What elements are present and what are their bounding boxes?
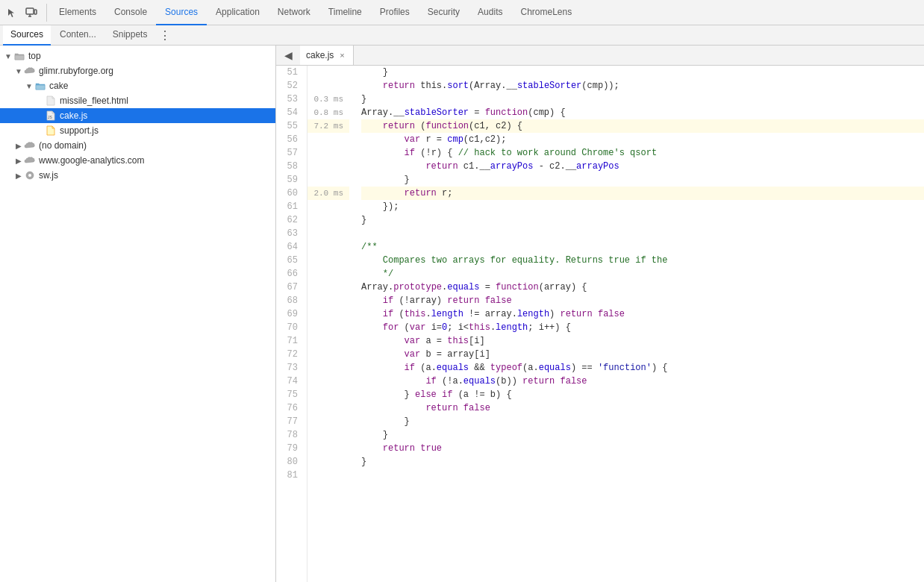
tree-label-cake-folder: cake [49,81,68,91]
ln-61: 61 [276,200,302,213]
file-tab-cake-js[interactable]: cake.js × [300,46,354,66]
tc-75 [308,388,349,401]
tc-65 [308,254,349,267]
ln-81: 81 [276,469,302,482]
tab-elements[interactable]: Elements [50,0,105,25]
ln-58: 58 [276,160,302,173]
ln-51: 51 [276,66,302,79]
ln-78: 78 [276,428,302,442]
tab-timeline[interactable]: Timeline [319,0,371,25]
file-tab-label: cake.js [306,50,334,60]
ln-66: 66 [276,267,302,281]
tree-item-google-analytics[interactable]: ▶ www.google-analytics.com [0,153,275,168]
cl-54: Array.__stableSorter = function(cmp) { [361,106,924,119]
ln-67: 67 [276,281,302,294]
cl-78: } [361,428,924,442]
sources-sub-tabs: Sources Conten... Snippets ⋮ [0,25,924,46]
back-button[interactable]: ◀ [279,46,297,64]
cl-69: if (this.length != array.length) return … [361,307,924,321]
tab-network[interactable]: Network [269,0,319,25]
ln-80: 80 [276,455,302,469]
svg-text:JS: JS [48,115,53,119]
tree-label-glimr: glimr.rubyforge.org [39,66,113,76]
tree-label-ga: www.google-analytics.com [39,155,144,166]
spacer-missile [34,96,45,106]
tab-security[interactable]: Security [419,0,469,25]
file-js-icon: JS [45,110,57,122]
tree-arrow-top: ▼ [3,51,13,61]
tc-67 [308,281,349,294]
tree-arrow-glimr: ▼ [13,66,24,76]
cl-66: */ [361,267,924,281]
ln-64: 64 [276,240,302,254]
content-area: ▼ top ▼ glimr.rubyforge.org [0,46,924,582]
tc-69 [308,307,349,321]
tree-item-glimr[interactable]: ▼ glimr.rubyforge.org [0,63,275,78]
tc-58 [308,160,349,173]
tc-53: 0.3 ms [308,93,349,106]
cl-55: return (function(c1, c2) { [361,119,924,133]
sources-tab-content[interactable]: Conten... [52,25,104,46]
tab-audits[interactable]: Audits [469,0,511,25]
ln-68: 68 [276,294,302,307]
tree-item-support[interactable]: support.js [0,123,275,138]
tab-profiles[interactable]: Profiles [371,0,419,25]
file-js-yellow-icon [45,125,57,137]
tc-79 [308,442,349,455]
tree-item-no-domain[interactable]: ▶ (no domain) [0,138,275,153]
tc-72 [308,348,349,361]
tree-item-cake-folder[interactable]: ▼ cake [0,78,275,93]
spacer-support [34,125,45,136]
tc-61 [308,200,349,213]
tree-label-missile: missile_fleet.html [60,96,128,106]
ln-73: 73 [276,361,302,375]
cl-81 [361,469,924,482]
sources-tab-sources[interactable]: Sources [3,25,51,46]
cursor-icon[interactable] [3,4,21,22]
tc-71 [308,334,349,348]
tab-application[interactable]: Application [207,0,269,25]
more-tabs-icon[interactable]: ⋮ [157,28,172,43]
tc-52 [308,79,349,93]
tree-item-missile[interactable]: missile_fleet.html [0,93,275,108]
ln-74: 74 [276,375,302,388]
ln-53: 53 [276,93,302,106]
tab-sources[interactable]: Sources [156,0,207,25]
cl-76: return false [361,401,924,415]
cl-70: for (var i=0; i<this.length; i++) { [361,321,924,334]
folder-icon-cake [34,80,46,92]
tab-console[interactable]: Console [105,0,156,25]
tc-62 [308,213,349,227]
cl-53: } [361,93,924,106]
tree-item-top[interactable]: ▼ top [0,48,275,63]
spacer-cake-js [34,110,45,121]
ln-62: 62 [276,213,302,227]
file-tab-close-icon[interactable]: × [337,50,347,60]
tree-arrow-ga: ▶ [13,155,24,166]
tree-item-sw[interactable]: ▶ sw.js [0,168,275,183]
ln-69: 69 [276,307,302,321]
cl-71: var a = this[i] [361,334,924,348]
cl-63 [361,227,924,240]
cl-68: if (!array) return false [361,294,924,307]
cl-77: } [361,415,924,428]
cl-58: return c1.__arrayPos - c2.__arrayPos [361,160,924,173]
code-editor[interactable]: 51 52 53 54 55 56 57 58 59 60 61 62 63 6… [276,66,924,582]
nav-tabs: Elements Console Sources Application Net… [50,0,581,25]
tab-chromelens[interactable]: ChromeLens [511,0,581,25]
tc-73 [308,361,349,375]
tree-item-cake-js[interactable]: JS cake.js [0,108,275,123]
tc-74 [308,375,349,388]
tree-label-support: support.js [60,125,99,136]
ln-59: 59 [276,173,302,187]
tc-70 [308,321,349,334]
cloud-icon-no-domain [24,140,36,151]
tree-label-cake-js: cake.js [60,110,87,121]
device-icon[interactable] [22,4,40,22]
tc-64 [308,240,349,254]
file-tree: ▼ top ▼ glimr.rubyforge.org [0,46,276,582]
sources-tab-snippets[interactable]: Snippets [105,25,155,46]
svg-rect-1 [34,10,37,14]
svg-point-6 [28,174,31,177]
ln-72: 72 [276,348,302,361]
